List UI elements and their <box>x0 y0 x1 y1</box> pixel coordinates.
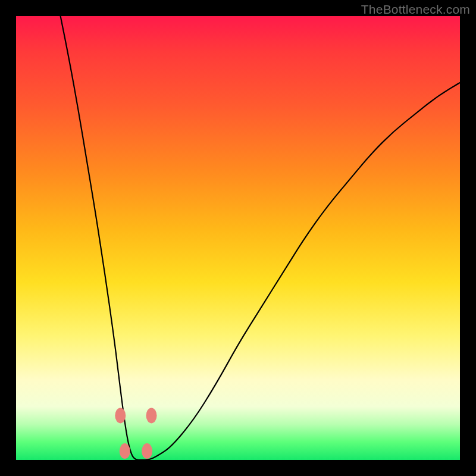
bottleneck-curve-path <box>61 16 460 460</box>
curve-marker <box>115 408 126 423</box>
curve-svg <box>16 16 460 460</box>
plot-area <box>16 16 460 460</box>
curve-marker <box>146 408 157 423</box>
curve-marker <box>120 443 130 459</box>
marker-group <box>115 408 156 459</box>
watermark-text: TheBottleneck.com <box>361 2 470 17</box>
curve-marker <box>142 443 152 459</box>
chart-frame: TheBottleneck.com <box>0 0 476 476</box>
